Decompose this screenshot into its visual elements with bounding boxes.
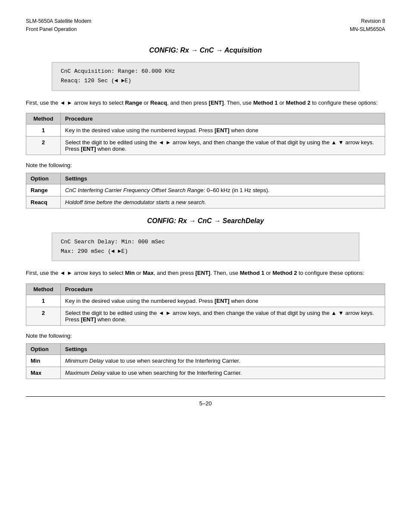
settings-col-header: Settings (61, 343, 385, 355)
settings-min: Minimum Delay value to use when searchin… (61, 355, 385, 367)
procedure-col-header: Procedure (61, 113, 385, 124)
procedure-col-header: Procedure (61, 283, 385, 295)
table-row: 1 Key in the desired value using the num… (26, 295, 385, 307)
header-doc-number: MN-SLM5650A (350, 25, 385, 34)
section2-method-table: Method Procedure 1 Key in the desired va… (26, 283, 385, 326)
method-1: 1 (26, 295, 61, 307)
header-right: Revision 8 MN-SLM5650A (350, 17, 385, 34)
table-row: 1 Key in the desired value using the num… (26, 124, 385, 137)
table-row: Reacq Holdoff time before the demodulato… (26, 196, 385, 208)
section2-option-table: Option Settings Min Minimum Delay value … (26, 343, 385, 379)
section1-body-text: First, use the ◄ ► arrow keys to select … (26, 99, 385, 107)
settings-reacq: Holdoff time before the demodulator star… (61, 196, 385, 208)
option-col-header: Option (26, 173, 61, 184)
section1-code-box: CnC Acquisition: Range: 60.000 KHz Reacq… (52, 62, 359, 90)
method-col-header: Method (26, 113, 61, 124)
table-row: Max Maximum Delay value to use when sear… (26, 367, 385, 379)
method-1: 1 (26, 124, 61, 137)
settings-range: CnC Interfering Carrier Frequency Offset… (61, 184, 385, 196)
method-col-header: Method (26, 283, 61, 295)
settings-max: Maximum Delay value to use when searchin… (61, 367, 385, 379)
procedure-1: Key in the desired value using the numbe… (61, 124, 385, 137)
procedure-2: Select the digit to be edited using the … (61, 307, 385, 325)
section1-option-table: Option Settings Range CnC Interfering Ca… (26, 173, 385, 208)
method-2: 2 (26, 307, 61, 325)
section1-code-line1: CnC Acquisition: Range: 60.000 KHz (61, 67, 350, 76)
section1-method-table: Method Procedure 1 Key in the desired va… (26, 113, 385, 155)
page-footer: 5–20 (26, 396, 385, 407)
option-min: Min (26, 355, 61, 367)
header-left: SLM-5650A Satellite Modem Front Panel Op… (26, 17, 91, 34)
header-revision: Revision 8 (350, 17, 385, 25)
section2-code-line1: CnC Search Delay: Min: 000 mSec (61, 237, 350, 247)
page: SLM-5650A Satellite Modem Front Panel Op… (0, 0, 411, 532)
method-2: 2 (26, 137, 61, 155)
option-max: Max (26, 367, 61, 379)
table-row: 2 Select the digit to be edited using th… (26, 137, 385, 155)
section2-code-line2: Max: 290 mSec (◄ ►E) (61, 247, 350, 256)
section2-note: Note the following: (26, 333, 385, 339)
procedure-1: Key in the desired value using the numbe… (61, 295, 385, 307)
table-row: 2 Select the digit to be edited using th… (26, 307, 385, 325)
procedure-2: Select the digit to be edited using the … (61, 137, 385, 155)
section1-code-line2: Reacq: 120 Sec (◄ ►E) (61, 76, 350, 86)
section1-title: CONFIG: Rx → CnC → Acquisition (26, 47, 385, 54)
option-col-header: Option (26, 343, 61, 355)
table-row: Range CnC Interfering Carrier Frequency … (26, 184, 385, 196)
header-section: Front Panel Operation (26, 25, 91, 34)
option-range: Range (26, 184, 61, 196)
page-number: 5–20 (199, 400, 212, 407)
settings-col-header: Settings (61, 173, 385, 184)
section2-body-text: First, use the ◄ ► arrow keys to select … (26, 269, 385, 277)
section2-code-box: CnC Search Delay: Min: 000 mSec Max: 290… (52, 233, 359, 261)
table-row: Min Minimum Delay value to use when sear… (26, 355, 385, 367)
section2-title: CONFIG: Rx → CnC → SearchDelay (26, 217, 385, 225)
option-reacq: Reacq (26, 196, 61, 208)
header-product: SLM-5650A Satellite Modem (26, 17, 91, 25)
section1-note: Note the following: (26, 162, 385, 168)
page-header: SLM-5650A Satellite Modem Front Panel Op… (26, 17, 385, 34)
